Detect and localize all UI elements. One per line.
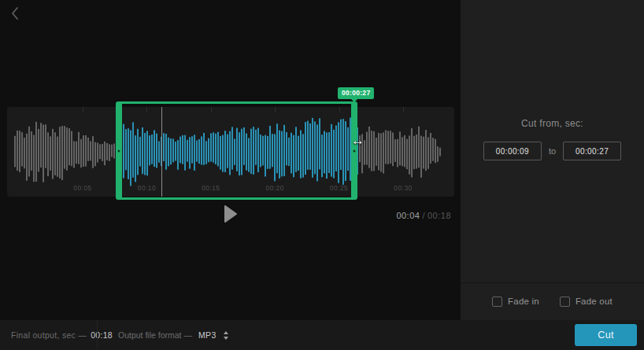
cut-from-label: Cut from, sec: <box>461 118 644 129</box>
stepper-up-icon[interactable] <box>224 331 228 334</box>
bottom-bar: Final output, sec — 00:18 Output file fo… <box>0 320 644 350</box>
time-tick <box>403 107 404 112</box>
cut-range-inputs: to <box>461 142 644 160</box>
time-tick <box>83 107 83 112</box>
bottom-bar-divider <box>97 320 98 350</box>
output-format-label: Output file format — <box>118 330 192 340</box>
current-time: 00:04 <box>396 211 420 220</box>
fade-out-checkbox[interactable]: Fade out <box>560 297 613 307</box>
fade-in-label: Fade in <box>508 297 539 306</box>
total-time: 00:18 <box>427 211 451 220</box>
fade-in-checkbox[interactable]: Fade in <box>492 297 539 307</box>
format-value[interactable]: MP3 <box>198 330 217 340</box>
tooltip-time: 00:00:27 <box>342 89 370 97</box>
selection-region[interactable] <box>116 101 357 200</box>
stepper-down-icon[interactable] <box>224 337 228 340</box>
output-format: Output file format — MP3 <box>118 320 228 350</box>
checkbox-box <box>492 297 502 307</box>
handle-dot <box>118 149 120 152</box>
selection-start-handle[interactable] <box>116 104 122 197</box>
fade-options: Fade in Fade out <box>461 283 644 319</box>
editor-area: 00:0500:1000:1500:2000:2500:30 00:00:27 … <box>0 0 461 320</box>
time-label: 00:30 <box>394 184 412 192</box>
time-separator: / <box>422 211 425 220</box>
play-button[interactable] <box>223 205 239 224</box>
audio-cutter-app: 00:0500:1000:1500:2000:2500:30 00:00:27 … <box>0 0 644 350</box>
final-output-label: Final output, sec — <box>11 330 87 340</box>
checkbox-box <box>560 297 570 307</box>
back-chevron-icon <box>6 4 25 23</box>
fade-out-label: Fade out <box>576 297 613 306</box>
cut-range-section: Cut from, sec: to <box>461 0 644 283</box>
cut-to-input[interactable] <box>563 142 621 160</box>
play-icon <box>224 205 237 223</box>
back-button[interactable] <box>6 4 25 23</box>
time-label: 00:05 <box>73 184 91 192</box>
horizontal-resize-cursor-icon: ↔ <box>351 133 365 149</box>
format-stepper[interactable] <box>224 331 228 340</box>
cut-settings-panel: Cut from, sec: to Fade in Fade out <box>461 0 644 320</box>
cut-from-input[interactable] <box>483 142 542 160</box>
playback-time: 00:04/00:18 <box>396 211 451 220</box>
to-label: to <box>549 146 556 156</box>
selection-end-handle[interactable] <box>351 104 357 197</box>
final-output-value: 00:18 <box>91 330 113 340</box>
selection-end-tooltip: 00:00:27 <box>338 87 374 99</box>
handle-dot <box>353 149 356 152</box>
cut-button[interactable]: Cut <box>575 324 637 346</box>
tooltip-pointer <box>351 99 357 102</box>
